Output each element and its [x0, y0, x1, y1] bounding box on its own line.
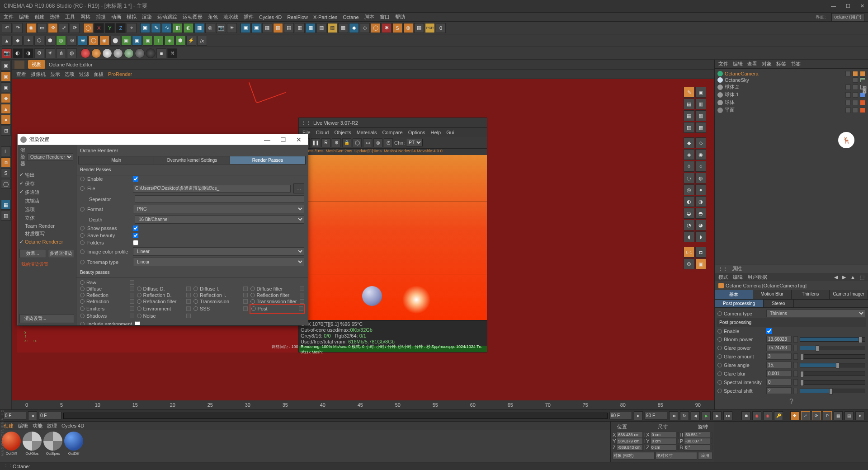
tag-icon[interactable]	[845, 85, 851, 90]
attr-slider[interactable]	[800, 380, 865, 385]
rr-25-icon[interactable]: ◗	[695, 231, 706, 242]
radio-icon[interactable]	[80, 233, 85, 238]
spinner-icon[interactable]	[678, 438, 679, 444]
rr-17-icon[interactable]: ●	[695, 184, 706, 195]
tag-icon[interactable]	[860, 100, 865, 105]
radio-icon[interactable]	[137, 314, 142, 318]
axis-y-icon[interactable]: Y	[105, 23, 115, 33]
tl-prev-icon[interactable]: ◀	[691, 411, 700, 420]
spinner-icon[interactable]	[711, 438, 712, 444]
radio-icon[interactable]	[717, 346, 722, 350]
t2-3-icon[interactable]: ✦	[24, 36, 33, 46]
pass-checkbox[interactable]	[243, 306, 248, 311]
rail-2-icon[interactable]: ▣	[1, 71, 11, 81]
tl-rotate-icon[interactable]: ⟳	[812, 411, 821, 420]
object-name[interactable]: 球体.2	[725, 84, 844, 90]
attr-checkbox[interactable]	[766, 328, 772, 334]
tl-move-icon[interactable]: ✥	[790, 411, 799, 420]
rr-15-icon[interactable]: ◍	[695, 173, 706, 183]
lv-options[interactable]: Options	[408, 130, 425, 135]
menu-mt[interactable]: 运动跟踪	[157, 14, 177, 20]
pass-checkbox[interactable]	[130, 293, 134, 297]
rail-5-icon[interactable]: ▲	[1, 104, 11, 114]
lv-chn-select[interactable]: PT	[406, 139, 423, 146]
om-obj[interactable]: 对象	[762, 61, 772, 67]
rotate-icon[interactable]: ⟳	[70, 23, 80, 33]
pass-raw[interactable]: Raw	[80, 280, 134, 285]
tl-rec-icon[interactable]: ◉	[752, 411, 761, 420]
tag-icon[interactable]	[853, 108, 858, 113]
pass-emitters[interactable]: Emitters	[80, 305, 134, 312]
grid-icon[interactable]: ▦	[414, 23, 424, 33]
rp8-icon[interactable]: ▧	[316, 23, 326, 33]
mat-grey-icon[interactable]	[102, 48, 112, 58]
object-row[interactable]: OctaneSky	[717, 77, 866, 83]
object-name[interactable]: OctaneCamera	[725, 71, 844, 76]
attr-lock-icon[interactable]: ⬚	[860, 274, 864, 280]
spinner-icon[interactable]	[644, 432, 645, 437]
tree-teamrender[interactable]: Team Render	[19, 222, 75, 230]
rail-magnet-icon[interactable]: ⧈	[1, 157, 11, 167]
t3-shuffle-icon[interactable]: ⤨	[167, 48, 177, 58]
radio-icon[interactable]	[80, 240, 85, 245]
radio-icon[interactable]	[250, 293, 255, 297]
scale-icon[interactable]: ⤢	[59, 23, 69, 33]
rr-16-icon[interactable]: ◎	[684, 184, 694, 195]
rail-6-icon[interactable]: ●	[1, 115, 11, 125]
light-icon[interactable]: ☀	[227, 23, 237, 33]
menu-help[interactable]: 帮助	[395, 14, 405, 20]
radio-icon[interactable]	[80, 287, 85, 291]
pass-reflection[interactable]: Reflection	[80, 292, 134, 298]
rr-19-icon[interactable]: ◑	[695, 196, 706, 207]
tree-stereo[interactable]: 立体	[19, 214, 75, 222]
t2-11-icon[interactable]: ⬤	[110, 36, 120, 46]
radio-icon[interactable]	[717, 380, 722, 385]
pass-checkbox[interactable]	[243, 287, 248, 291]
pass-refraction[interactable]: Refraction	[80, 299, 134, 304]
radio-icon[interactable]	[80, 249, 85, 254]
rr-7-icon[interactable]: ▩	[695, 122, 706, 133]
move-icon[interactable]: ✥	[48, 23, 58, 33]
rw-maximize-button[interactable]: ☐	[277, 136, 290, 143]
file-field[interactable]	[133, 185, 291, 193]
t2-5-icon[interactable]: ⬢	[45, 36, 55, 46]
rr-20-icon[interactable]: ◒	[684, 208, 694, 219]
spinner-icon[interactable]	[793, 371, 798, 377]
menu-pipe[interactable]: 流水线	[223, 14, 238, 20]
minimize-button[interactable]: —	[831, 3, 836, 9]
coord-rot-field[interactable]	[684, 438, 710, 444]
rp12-icon[interactable]: ◇	[360, 23, 370, 33]
tab-renderpasses[interactable]: Render Passes	[230, 156, 306, 164]
pass-checkbox[interactable]	[130, 299, 134, 304]
tree-matoverride[interactable]: 材质覆写	[19, 230, 75, 238]
lv-objects[interactable]: Objects	[334, 130, 351, 135]
rr-pen-icon[interactable]: ✎	[684, 87, 694, 98]
frame-total-field[interactable]	[645, 412, 667, 419]
rp4-icon[interactable]: ▦	[273, 23, 283, 33]
radio-icon[interactable]	[137, 306, 142, 311]
effects-button[interactable]: 效果...	[19, 249, 46, 258]
tl-list-icon[interactable]: ▤	[844, 411, 854, 420]
lv-cloud[interactable]: Cloud	[316, 130, 329, 135]
vm-cam[interactable]: 摄像机	[31, 71, 46, 78]
menu-create[interactable]: 创建	[34, 14, 44, 20]
tl-prev-key-icon[interactable]: ◄	[28, 411, 37, 420]
rp6-icon[interactable]: ▥	[295, 23, 305, 33]
t2-17-icon[interactable]: ⬢	[175, 36, 185, 46]
tl-key-icon[interactable]: 🔑	[774, 411, 783, 420]
rr-14-icon[interactable]: ◌	[684, 173, 694, 183]
rp3-icon[interactable]: ▦	[262, 23, 272, 33]
mat-red-icon[interactable]	[80, 48, 90, 58]
close-button[interactable]: ✕	[860, 3, 864, 9]
material-item[interactable]: OctDiff	[64, 432, 83, 460]
vm-disp[interactable]: 显示	[50, 71, 60, 78]
tag-icon[interactable]	[845, 71, 851, 76]
radio-icon[interactable]	[193, 287, 198, 291]
coord-pos-field[interactable]	[617, 438, 643, 444]
pass-diffuse-i-[interactable]: Diffuse I.	[193, 286, 248, 291]
rail-o-icon[interactable]: ◯	[1, 179, 11, 189]
tag-icon[interactable]	[845, 92, 851, 98]
pass-checkbox[interactable]	[130, 280, 134, 285]
timeline-ruler[interactable]: 051015202530354045505560657075808590	[12, 400, 714, 409]
menu-sim[interactable]: 模拟	[127, 14, 137, 20]
